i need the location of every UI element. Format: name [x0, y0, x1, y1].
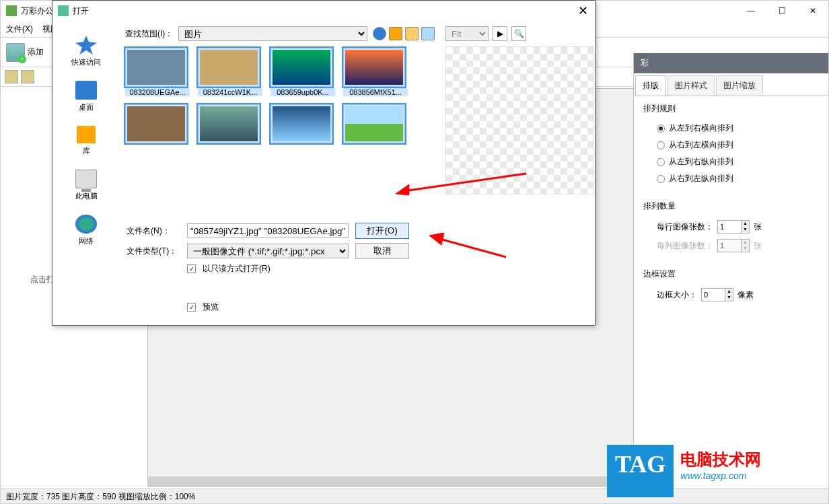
tab-style[interactable]: 图片样式 — [668, 75, 715, 96]
border-size: 边框大小： ▲▼ 像素 — [643, 285, 819, 304]
filetype-label: 文件类型(T)： — [127, 246, 180, 257]
nav-network[interactable]: 网络 — [52, 211, 120, 256]
maximize-button[interactable]: ☐ — [766, 1, 797, 21]
add-label: 添加 — [28, 46, 44, 58]
dialog-title: 打开 — [73, 5, 89, 17]
col-count: 每列图像张数： ▲▼ 张 — [643, 236, 819, 255]
svg-line-0 — [404, 174, 526, 191]
app-icon — [6, 5, 17, 16]
file-label: 083208UEGAe... — [125, 88, 190, 96]
window-controls: — ☐ ✕ — [735, 1, 828, 21]
section-rules: 排列规则 从左到右横向排列 从右到左横向排列 从左到右纵向排列 从右到左纵向排列 — [634, 96, 828, 194]
places-bar: 快速访问 桌面 库 此电脑 网络 — [52, 21, 120, 325]
radio-icon — [657, 141, 665, 149]
watermark-line1: 电脑技术网 — [680, 449, 761, 470]
app-title: 万彩办公 — [21, 5, 53, 17]
count-title: 排列数量 — [643, 201, 819, 212]
radio-icon — [657, 175, 665, 183]
file-list[interactable]: 083208UEGAe...083241ccW1K...083659upb0K.… — [125, 48, 435, 145]
annotation-arrow-1 — [394, 171, 529, 200]
file-thumbnail[interactable] — [198, 104, 262, 145]
tab-layout[interactable]: 排版 — [635, 75, 666, 96]
back-icon[interactable] — [373, 27, 386, 40]
filename-input[interactable] — [187, 223, 349, 238]
border-spinner[interactable]: ▲▼ — [701, 288, 733, 301]
nav-desktop[interactable]: 桌面 — [52, 77, 120, 122]
col-count-spinner: ▲▼ — [717, 239, 750, 252]
filetype-select[interactable]: 一般图像文件 (*.tif;*.gif;*.jpg;*.pcx — [187, 244, 349, 258]
panel-header: 彩 — [634, 53, 828, 73]
minimize-button[interactable]: — — [735, 1, 766, 21]
nav-quick-access[interactable]: 快速访问 — [52, 32, 120, 77]
rule-opt-2[interactable]: 从右到左横向排列 — [643, 137, 819, 153]
rule-opt-3[interactable]: 从左到右纵向排列 — [643, 153, 819, 170]
viewmode-icon[interactable] — [421, 27, 435, 40]
radio-icon — [657, 158, 665, 166]
newfolder-icon[interactable] — [405, 27, 419, 40]
file-thumbnail[interactable] — [271, 104, 335, 145]
lookup-select[interactable]: 图片 — [178, 26, 367, 41]
rule-opt-4[interactable]: 从右到左纵向排列 — [643, 170, 819, 187]
col-count-input — [718, 240, 741, 252]
lookup-label: 查找范围(I)： — [125, 28, 173, 40]
up-icon[interactable] — [389, 27, 402, 40]
readonly-label: 以只读方式打开(R) — [203, 263, 271, 275]
border-title: 边框设置 — [643, 268, 819, 280]
row-count-input[interactable] — [718, 221, 741, 233]
preview-checkbox[interactable]: ✓ — [187, 303, 196, 312]
file-thumbnail[interactable]: 083208UEGAe... — [125, 48, 190, 96]
watermark-tag: TAG — [607, 445, 674, 497]
watermark-banner: TAG 电脑技术网 www.tagxp.com — [607, 445, 829, 497]
cancel-button[interactable]: 取消 — [355, 243, 409, 259]
file-thumbnail[interactable]: 083241ccW1K... — [198, 48, 262, 96]
radio-icon — [657, 124, 665, 133]
file-thumbnail[interactable]: 083856MfX51... — [343, 48, 408, 96]
border-input[interactable] — [702, 289, 725, 301]
add-image-button[interactable]: 添加 — [6, 43, 44, 62]
fit-select[interactable]: Fit — [445, 26, 489, 41]
file-label: 083241ccW1K... — [198, 88, 262, 96]
rule-opt-1[interactable]: 从左到右横向排列 — [643, 120, 819, 137]
svg-marker-1 — [396, 184, 409, 195]
h-scrollbar[interactable] — [147, 476, 632, 487]
add-image-icon — [6, 43, 25, 62]
menu-file[interactable]: 文件(X) — [6, 24, 33, 35]
tool-icon-1[interactable] — [5, 70, 18, 83]
readonly-checkbox[interactable]: ✓ — [187, 264, 196, 273]
open-button[interactable]: 打开(O) — [355, 223, 409, 239]
file-label: 083856MfX51... — [343, 88, 408, 96]
dialog-titlebar: 打开 ✕ — [52, 1, 595, 21]
watermark-line2: www.tagxp.com — [680, 470, 761, 481]
rules-title: 排列规则 — [643, 103, 819, 114]
library-icon — [77, 126, 96, 143]
dialog-bottom: 文件名(N)： 打开(O) 文件类型(T)： 一般图像文件 (*.tif;*.g… — [127, 219, 584, 317]
dialog-close-button[interactable]: ✕ — [578, 3, 588, 18]
network-icon — [75, 215, 97, 233]
section-border: 边框设置 边框大小： ▲▼ 像素 — [634, 262, 828, 311]
file-thumbnail[interactable]: 083659upb0K... — [271, 48, 335, 96]
dialog-icon — [58, 5, 69, 16]
nav-library[interactable]: 库 — [52, 122, 120, 166]
nav-thispc[interactable]: 此电脑 — [52, 166, 120, 211]
tab-zoom[interactable]: 图片缩放 — [716, 75, 763, 96]
row-count: 每行图像张数： ▲▼ 张 — [643, 217, 819, 236]
right-panel: 彩 排版 图片样式 图片缩放 排列规则 从左到右横向排列 从右到左横向排列 从左… — [633, 53, 828, 487]
panel-tabs: 排版 图片样式 图片缩放 — [634, 73, 828, 96]
annotation-arrow-2 — [428, 233, 509, 262]
svg-line-2 — [437, 238, 506, 257]
zoom-icon[interactable]: 🔍 — [511, 26, 526, 41]
row-count-spinner[interactable]: ▲▼ — [717, 220, 750, 233]
file-thumbnail[interactable] — [125, 104, 190, 145]
star-icon — [75, 36, 97, 55]
preview-label: 预览 — [203, 301, 219, 313]
play-icon[interactable]: ▶ — [493, 26, 507, 41]
close-button[interactable]: ✕ — [797, 1, 828, 21]
tool-icon-2[interactable] — [21, 70, 34, 83]
svg-marker-3 — [429, 233, 444, 245]
desktop-icon — [75, 81, 97, 100]
hint-text: 点击打 — [30, 274, 55, 285]
file-label: 083659upb0K... — [271, 88, 335, 96]
open-dialog: 打开 ✕ 快速访问 桌面 库 此电脑 网络 查找范围(I)： 图片 083 — [52, 0, 596, 326]
pc-icon — [75, 170, 97, 188]
file-thumbnail[interactable] — [343, 104, 408, 145]
